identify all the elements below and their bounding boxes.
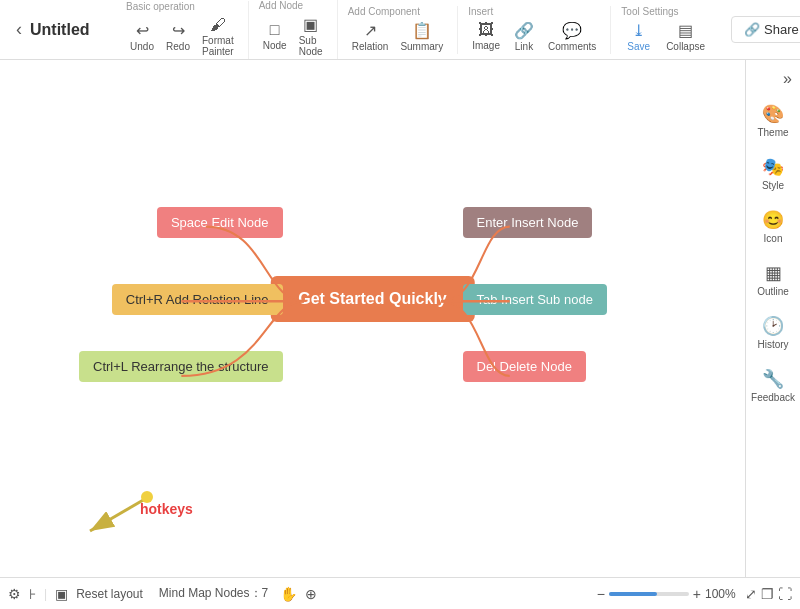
zoom-level-label: 100% bbox=[705, 587, 741, 601]
summary-button[interactable]: 📋 Summary bbox=[396, 19, 447, 54]
save-icon: ⤓ bbox=[632, 21, 645, 40]
comments-button[interactable]: 💬 Comments bbox=[544, 19, 600, 54]
node-button[interactable]: □ Node bbox=[259, 19, 291, 53]
link-button[interactable]: 🔗 Link bbox=[508, 19, 540, 54]
outline-icon: ▦ bbox=[765, 262, 782, 284]
app-title: Untitled bbox=[30, 21, 110, 39]
hotkeys-arrow-svg bbox=[75, 489, 155, 539]
chevron-right-icon: » bbox=[783, 70, 792, 88]
zoom-out-button[interactable]: − bbox=[597, 586, 605, 602]
add-node-group: Add Node □ Node ▣ Sub Node bbox=[259, 0, 338, 59]
hand-icon[interactable]: ✋ bbox=[280, 586, 297, 602]
nodes-count-label: Mind Map Nodes：7 bbox=[159, 585, 268, 602]
sidebar-item-icon[interactable]: 😊 Icon bbox=[746, 201, 800, 252]
basic-operation-group: Basic operation ↩ Undo ↪ Redo 🖌 Format P… bbox=[126, 1, 249, 59]
separator-1: | bbox=[44, 587, 47, 601]
fullscreen-icon[interactable]: ❐ bbox=[761, 586, 774, 602]
bottombar: ⚙ ⊦ | ▣ Reset layout Mind Map Nodes：7 ✋ … bbox=[0, 577, 800, 609]
main-area: Get Started Quickly Space Edit Node Ctrl… bbox=[0, 60, 800, 577]
insert-group: Insert 🖼 Image 🔗 Link 💬 Comments bbox=[468, 6, 611, 54]
settings-icon[interactable]: ⚙ bbox=[8, 586, 21, 602]
add-component-group: Add Component ↗ Relation 📋 Summary bbox=[348, 6, 459, 54]
link-icon: 🔗 bbox=[514, 21, 534, 40]
summary-icon: 📋 bbox=[412, 21, 432, 40]
expand-icon[interactable]: ⛶ bbox=[778, 586, 792, 602]
node-icon: □ bbox=[270, 21, 280, 39]
sidebar-item-history[interactable]: 🕑 History bbox=[746, 307, 800, 358]
collapse-icon: ▤ bbox=[678, 21, 693, 40]
tool-settings-group: Tool Settings ⤓ Save ▤ Collapse bbox=[621, 6, 721, 54]
relation-icon: ↗ bbox=[364, 21, 377, 40]
sidebar-item-style[interactable]: 🎭 Style bbox=[746, 148, 800, 199]
comments-icon: 💬 bbox=[562, 21, 582, 40]
save-button[interactable]: ⤓ Save bbox=[621, 19, 656, 54]
undo-icon: ↩ bbox=[136, 21, 149, 40]
left-node-space[interactable]: Space Edit Node bbox=[157, 207, 283, 238]
theme-icon: 🎨 bbox=[762, 103, 784, 125]
add-component-label: Add Component bbox=[348, 6, 420, 17]
right-node-enter[interactable]: Enter Insert Node bbox=[463, 207, 593, 238]
collapse-button[interactable]: ▤ Collapse bbox=[660, 19, 711, 54]
sub-node-button[interactable]: ▣ Sub Node bbox=[295, 13, 327, 59]
tool-settings-label: Tool Settings bbox=[621, 6, 678, 17]
canvas[interactable]: Get Started Quickly Space Edit Node Ctrl… bbox=[0, 60, 745, 577]
add-node-label: Add Node bbox=[259, 0, 303, 11]
style-icon: 🎭 bbox=[762, 156, 784, 178]
fit-screen-icon[interactable]: ⤢ bbox=[745, 586, 757, 602]
history-icon: 🕑 bbox=[762, 315, 784, 337]
sidebar-item-theme[interactable]: 🎨 Theme bbox=[746, 95, 800, 146]
zoom-slider-fill bbox=[609, 592, 657, 596]
sidebar-item-feedback[interactable]: 🔧 Feedback bbox=[746, 360, 800, 411]
basic-operation-label: Basic operation bbox=[126, 1, 195, 12]
image-icon: 🖼 bbox=[478, 21, 494, 39]
left-node-ctrl-l[interactable]: Ctrl+L Rearrange the structure bbox=[79, 351, 282, 382]
zoom-slider[interactable] bbox=[609, 592, 689, 596]
redo-icon: ↪ bbox=[172, 21, 185, 40]
image-button[interactable]: 🖼 Image bbox=[468, 19, 504, 53]
format-painter-button[interactable]: 🖌 Format Painter bbox=[198, 14, 238, 59]
share-icon: 🔗 bbox=[744, 22, 760, 37]
icon-icon: 😊 bbox=[762, 209, 784, 231]
sidebar-collapse-button[interactable]: » bbox=[746, 64, 800, 94]
share-button[interactable]: 🔗 Share bbox=[731, 16, 800, 43]
toolbar-right: 🔗 Share ⬆ Export bbox=[731, 16, 800, 43]
zoom-bar: − + 100% ⤢ ❐ ⛶ bbox=[597, 586, 792, 602]
format-painter-icon: 🖌 bbox=[210, 16, 226, 34]
right-node-del[interactable]: Del Delete Node bbox=[463, 351, 586, 382]
topbar: ‹ Untitled Basic operation ↩ Undo ↪ Redo… bbox=[0, 0, 800, 60]
zoom-in-button[interactable]: + bbox=[693, 586, 701, 602]
grid-icon[interactable]: ⊦ bbox=[29, 586, 36, 602]
sub-node-icon: ▣ bbox=[303, 15, 318, 34]
right-node-tab[interactable]: Tab Insert Sub node bbox=[463, 284, 607, 315]
central-node[interactable]: Get Started Quickly bbox=[270, 276, 475, 322]
svg-line-1 bbox=[90, 499, 145, 531]
relation-button[interactable]: ↗ Relation bbox=[348, 19, 393, 54]
pointer-icon[interactable]: ⊕ bbox=[305, 586, 317, 602]
undo-button[interactable]: ↩ Undo bbox=[126, 19, 158, 54]
left-node-ctrl-r[interactable]: Ctrl+R Add Relation Line bbox=[112, 284, 283, 315]
right-sidebar: » 🎨 Theme 🎭 Style 😊 Icon ▦ Outline 🕑 His… bbox=[745, 60, 800, 577]
sidebar-item-outline[interactable]: ▦ Outline bbox=[746, 254, 800, 305]
feedback-icon: 🔧 bbox=[762, 368, 784, 390]
reset-layout-icon[interactable]: ▣ bbox=[55, 586, 68, 602]
insert-label: Insert bbox=[468, 6, 493, 17]
mindmap: Get Started Quickly Space Edit Node Ctrl… bbox=[73, 179, 673, 419]
svg-point-2 bbox=[141, 491, 153, 503]
back-button[interactable]: ‹ bbox=[8, 15, 30, 44]
reset-layout-label[interactable]: Reset layout bbox=[76, 587, 143, 601]
redo-button[interactable]: ↪ Redo bbox=[162, 19, 194, 54]
